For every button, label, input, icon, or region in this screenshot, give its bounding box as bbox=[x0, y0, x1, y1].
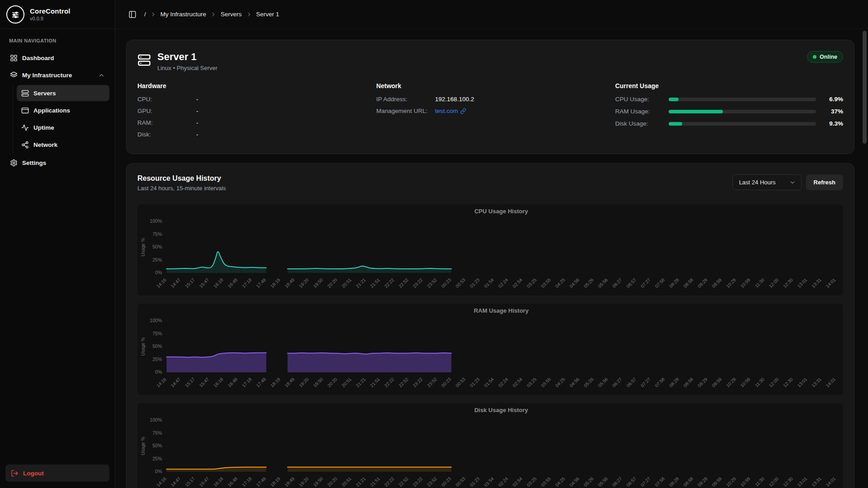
svg-text:12:00: 12:00 bbox=[768, 277, 780, 289]
breadcrumb: / My Infrastructure Servers Server 1 bbox=[144, 11, 279, 18]
svg-text:07:27: 07:27 bbox=[640, 476, 651, 488]
sidebar-item-my-infrastructure[interactable]: My Infrastructure bbox=[5, 67, 109, 83]
svg-text:14:16: 14:16 bbox=[156, 376, 167, 388]
ram-progress-fill bbox=[669, 110, 723, 113]
svg-text:08:28: 08:28 bbox=[668, 277, 680, 289]
ram-progress-track bbox=[669, 110, 816, 113]
info-row-disk: Disk: - bbox=[137, 131, 365, 138]
breadcrumb-root[interactable]: / bbox=[144, 11, 146, 18]
svg-text:14:01: 14:01 bbox=[825, 277, 837, 289]
usage-label: RAM Usage: bbox=[615, 108, 669, 115]
svg-text:12:30: 12:30 bbox=[782, 476, 794, 488]
history-header: Resource Usage History Last 24 hours, 15… bbox=[137, 174, 843, 192]
svg-text:04:25: 04:25 bbox=[554, 376, 566, 388]
svg-text:75%: 75% bbox=[152, 231, 162, 237]
logout-label: Logout bbox=[23, 470, 44, 477]
svg-text:17:49: 17:49 bbox=[255, 476, 267, 488]
svg-text:03:25: 03:25 bbox=[526, 476, 538, 488]
server-title-block: Server 1 Linux • Physical Server bbox=[157, 51, 217, 71]
svg-text:15:47: 15:47 bbox=[198, 476, 210, 488]
svg-text:50%: 50% bbox=[152, 344, 162, 349]
svg-text:0%: 0% bbox=[155, 270, 162, 276]
sidebar-item-applications[interactable]: Applications bbox=[17, 102, 109, 118]
hardware-heading: Hardware bbox=[137, 82, 365, 89]
svg-text:10:59: 10:59 bbox=[740, 277, 751, 289]
history-title-block: Resource Usage History Last 24 hours, 15… bbox=[137, 174, 226, 192]
usage-value: 6.9% bbox=[816, 96, 843, 103]
info-label: Disk: bbox=[137, 131, 196, 138]
sidebar-toggle-button[interactable] bbox=[125, 7, 140, 22]
usage-label: Disk Usage: bbox=[615, 120, 669, 127]
nav-section-label: MAIN NAVIGATION bbox=[5, 38, 109, 43]
svg-text:CPU Usage History: CPU Usage History bbox=[474, 208, 528, 215]
breadcrumb-item-my-infrastructure[interactable]: My Infrastructure bbox=[160, 11, 206, 18]
svg-text:16:18: 16:18 bbox=[212, 376, 224, 388]
svg-text:25%: 25% bbox=[152, 257, 162, 263]
svg-text:15:47: 15:47 bbox=[198, 376, 210, 388]
sidebar-item-label: Network bbox=[33, 141, 57, 148]
time-range-select[interactable]: Last 24 Hours bbox=[732, 174, 802, 190]
breadcrumb-item-servers[interactable]: Servers bbox=[221, 11, 242, 18]
page-title: Server 1 bbox=[157, 51, 217, 63]
svg-text:22:22: 22:22 bbox=[383, 277, 395, 289]
svg-text:07:58: 07:58 bbox=[654, 376, 666, 388]
svg-text:11:30: 11:30 bbox=[754, 277, 765, 288]
svg-text:01:23: 01:23 bbox=[469, 277, 481, 289]
server-subtitle: Linux • Physical Server bbox=[157, 65, 217, 71]
svg-text:21:21: 21:21 bbox=[355, 476, 367, 488]
svg-text:75%: 75% bbox=[152, 331, 162, 336]
svg-text:08:58: 08:58 bbox=[683, 376, 694, 388]
ram-usage-chart: RAM Usage HistoryUsage %0%25%50%75%100%1… bbox=[137, 304, 843, 395]
sidebar-item-label: Uptime bbox=[33, 124, 54, 131]
svg-text:Disk Usage History: Disk Usage History bbox=[474, 407, 528, 413]
sidebar-item-uptime[interactable]: Uptime bbox=[17, 119, 109, 136]
layers-icon bbox=[10, 71, 18, 79]
sidebar-footer: Logout bbox=[0, 458, 115, 488]
disk-progress-fill bbox=[669, 122, 682, 126]
svg-text:25%: 25% bbox=[152, 456, 162, 461]
management-url-link[interactable]: test.com bbox=[435, 108, 466, 114]
sidebar-header: CoreControl v0.0.9 bbox=[0, 0, 115, 29]
current-usage-heading: Current Usage bbox=[615, 82, 843, 89]
svg-text:02:54: 02:54 bbox=[512, 376, 524, 388]
svg-text:12:00: 12:00 bbox=[768, 476, 780, 488]
logout-button[interactable]: Logout bbox=[5, 465, 109, 482]
svg-text:19:20: 19:20 bbox=[298, 277, 310, 289]
sidebar-item-network[interactable]: Network bbox=[17, 136, 109, 153]
svg-text:15:17: 15:17 bbox=[184, 277, 196, 289]
svg-text:13:01: 13:01 bbox=[797, 376, 808, 388]
sidebar-item-servers[interactable]: Servers bbox=[17, 85, 109, 101]
app-name: CoreControl bbox=[30, 7, 71, 15]
svg-text:22:52: 22:52 bbox=[398, 476, 410, 488]
svg-text:08:58: 08:58 bbox=[683, 476, 694, 488]
sidebar-item-label: Dashboard bbox=[22, 55, 54, 61]
usage-value: 37% bbox=[816, 108, 843, 115]
svg-text:01:23: 01:23 bbox=[469, 476, 481, 488]
info-label: GPU: bbox=[137, 108, 196, 114]
scrollbar-thumb[interactable] bbox=[863, 31, 867, 144]
svg-text:03:55: 03:55 bbox=[540, 277, 552, 289]
svg-text:19:50: 19:50 bbox=[312, 376, 324, 388]
svg-text:75%: 75% bbox=[152, 430, 162, 436]
refresh-button[interactable]: Refresh bbox=[806, 174, 843, 190]
sidebar-item-settings[interactable]: Settings bbox=[5, 155, 109, 171]
svg-text:100%: 100% bbox=[150, 418, 162, 423]
svg-text:08:28: 08:28 bbox=[668, 476, 680, 488]
svg-text:06:27: 06:27 bbox=[611, 277, 623, 289]
svg-text:02:54: 02:54 bbox=[512, 277, 524, 289]
disk-usage-chart-panel: Disk Usage HistoryUsage %0%25%50%75%100%… bbox=[137, 403, 843, 488]
svg-text:23:52: 23:52 bbox=[426, 376, 438, 388]
logout-icon bbox=[11, 469, 19, 477]
cpu-usage-chart: CPU Usage HistoryUsage %0%25%50%75%100%1… bbox=[137, 204, 843, 296]
topbar: / My Infrastructure Servers Server 1 bbox=[115, 0, 868, 29]
svg-text:17:18: 17:18 bbox=[241, 277, 253, 289]
sidebar-item-dashboard[interactable]: Dashboard bbox=[5, 50, 109, 66]
svg-text:13:31: 13:31 bbox=[811, 476, 822, 488]
management-url-text: test.com bbox=[435, 108, 458, 114]
info-value: - bbox=[196, 119, 198, 126]
svg-text:07:58: 07:58 bbox=[654, 476, 666, 488]
svg-text:20:20: 20:20 bbox=[326, 277, 338, 289]
svg-text:09:29: 09:29 bbox=[697, 277, 708, 289]
status-badge: Online bbox=[807, 51, 843, 63]
svg-text:22:22: 22:22 bbox=[383, 476, 395, 488]
